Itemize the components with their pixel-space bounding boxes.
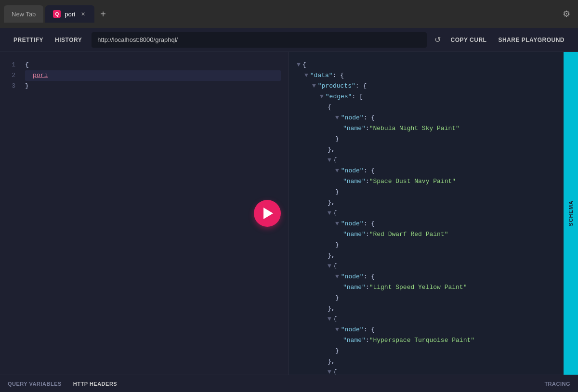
json-edge2-node-close: } bbox=[335, 187, 570, 197]
editor-line-1: { bbox=[25, 60, 281, 70]
refresh-button[interactable]: ↺ bbox=[431, 33, 445, 46]
json-edge5-node-close: } bbox=[335, 346, 570, 356]
json-edge2-name: "name" : "Space Dust Navy Paint" bbox=[343, 176, 570, 187]
tab-favicon: Q bbox=[53, 10, 61, 18]
json-data-key: ▼ "data" : { bbox=[304, 70, 570, 81]
results-panel: ▼ { ▼ "data" : { ▼ "products" : { ▼ "edg… bbox=[289, 52, 578, 375]
toolbar: PRETTIFY HISTORY ↺ COPY CURL SHARE PLAYG… bbox=[0, 28, 578, 52]
collapse-node5[interactable]: ▼ bbox=[335, 325, 339, 335]
new-tab-button[interactable]: + bbox=[96, 7, 110, 21]
json-edge3-name: "name" : "Red Dwarf Red Paint" bbox=[343, 229, 570, 240]
json-edge3-close: }, bbox=[328, 250, 570, 261]
main-content: 1 2 3 { pori } ▼ { ▼ bbox=[0, 52, 578, 375]
json-edge2-close: }, bbox=[328, 197, 570, 208]
json-edge5-name: "name" : "Hyperspace Turquoise Paint" bbox=[343, 335, 570, 346]
json-edge4-open: ▼ { bbox=[328, 261, 570, 272]
json-edge1-node-close: } bbox=[335, 134, 570, 144]
collapse-edges[interactable]: ▼ bbox=[320, 91, 324, 102]
collapse-edge2[interactable]: ▼ bbox=[328, 155, 331, 166]
bottom-bar: QUERY VARIABLES HTTP HEADERS TRACING bbox=[0, 375, 578, 392]
collapse-node1[interactable]: ▼ bbox=[335, 113, 339, 123]
json-edge5-node: ▼ "node" : { bbox=[335, 325, 570, 335]
history-button[interactable]: HISTORY bbox=[49, 33, 88, 47]
json-edge5-close: }, bbox=[328, 356, 570, 367]
collapse-products[interactable]: ▼ bbox=[312, 81, 316, 91]
json-products-key: ▼ "products" : { bbox=[312, 81, 570, 91]
tab-close-button[interactable]: ✕ bbox=[79, 10, 87, 18]
line-numbers: 1 2 3 bbox=[0, 52, 19, 91]
json-edge1-node: ▼ "node" : { bbox=[335, 113, 570, 123]
tab-new[interactable]: New Tab bbox=[4, 5, 43, 23]
json-output: ▼ { ▼ "data" : { ▼ "products" : { ▼ "edg… bbox=[297, 60, 570, 375]
editor-panel: 1 2 3 { pori } bbox=[0, 52, 289, 375]
json-edge1-close: }, bbox=[328, 144, 570, 155]
json-edge4-name: "name" : "Light Speed Yellow Paint" bbox=[343, 282, 570, 293]
editor-content[interactable]: { pori } bbox=[19, 52, 289, 375]
json-edge4-node: ▼ "node" : { bbox=[335, 272, 570, 282]
json-edges-key: ▼ "edges" : [ bbox=[320, 91, 570, 102]
copy-curl-button[interactable]: COPY CURL bbox=[445, 33, 492, 47]
share-playground-button[interactable]: SHARE PLAYGROUND bbox=[492, 33, 570, 47]
json-edge3-open: ▼ { bbox=[328, 208, 570, 219]
line3-brace: } bbox=[25, 81, 29, 91]
line1-brace: { bbox=[25, 60, 29, 70]
json-edge4-node-close: } bbox=[335, 293, 570, 303]
collapse-more[interactable]: ▼ bbox=[328, 367, 331, 375]
collapse-node2[interactable]: ▼ bbox=[335, 166, 339, 176]
collapse-node3[interactable]: ▼ bbox=[335, 219, 339, 229]
tab-new-label: New Tab bbox=[12, 11, 36, 18]
json-edge4-close: }, bbox=[328, 303, 570, 314]
browser-chrome: New Tab Q pori ✕ + ⚙ bbox=[0, 0, 578, 28]
json-edge2-open: ▼ { bbox=[328, 155, 570, 166]
prettify-button[interactable]: PRETTIFY bbox=[8, 33, 49, 47]
tab-active-label: pori bbox=[65, 11, 75, 18]
collapse-edge5[interactable]: ▼ bbox=[328, 314, 331, 325]
settings-button[interactable]: ⚙ bbox=[559, 6, 574, 22]
url-input[interactable] bbox=[92, 32, 427, 48]
collapse-edge4[interactable]: ▼ bbox=[328, 261, 331, 272]
editor-line-3: } bbox=[25, 81, 281, 91]
tracing-button[interactable]: TRACING bbox=[544, 381, 570, 387]
collapse-edge3[interactable]: ▼ bbox=[328, 208, 331, 219]
json-line-open: ▼ { bbox=[297, 60, 570, 70]
tab-active[interactable]: Q pori ✕ bbox=[45, 5, 94, 23]
http-headers-button[interactable]: HTTP HEADERS bbox=[73, 381, 117, 387]
collapse-root[interactable]: ▼ bbox=[297, 60, 301, 70]
json-edge3-node: ▼ "node" : { bbox=[335, 219, 570, 229]
json-edge2-node: ▼ "node" : { bbox=[335, 166, 570, 176]
collapse-data[interactable]: ▼ bbox=[304, 70, 308, 81]
query-variables-button[interactable]: QUERY VARIABLES bbox=[8, 381, 62, 387]
line2-field: pori bbox=[33, 70, 48, 81]
json-edge1-name: "name" : "Nebula Night Sky Paint" bbox=[343, 123, 570, 134]
json-more: ▼ { bbox=[328, 367, 570, 375]
json-edge5-open: ▼ { bbox=[328, 314, 570, 325]
collapse-node4[interactable]: ▼ bbox=[335, 272, 339, 282]
schema-sidebar[interactable]: SCHEMA bbox=[564, 52, 578, 375]
run-button[interactable] bbox=[254, 200, 281, 227]
json-edge3-node-close: } bbox=[335, 240, 570, 250]
schema-label: SCHEMA bbox=[565, 200, 576, 226]
editor-line-2: pori bbox=[25, 70, 281, 81]
json-edge1-open: { bbox=[328, 102, 570, 113]
